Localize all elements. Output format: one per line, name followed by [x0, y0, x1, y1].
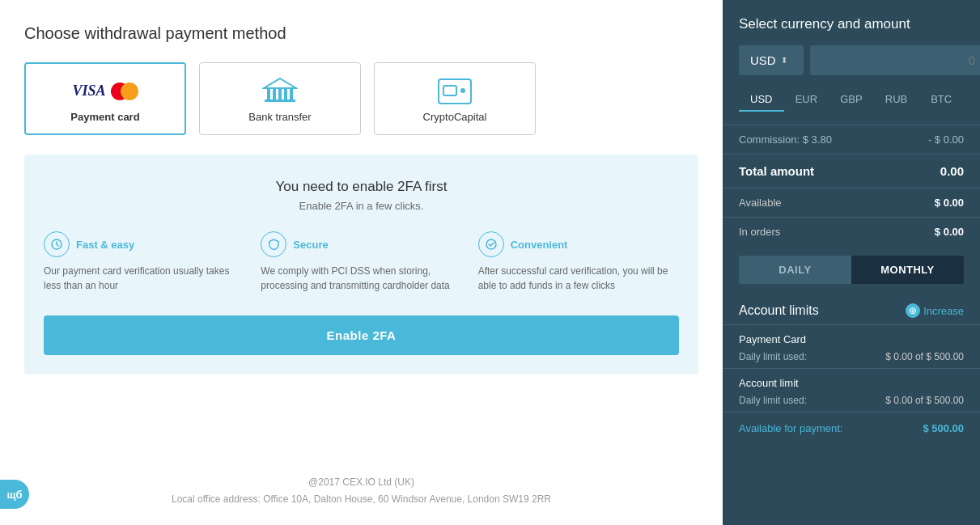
- commission-row: Commission: $ 3.80 - $ 0.00: [723, 125, 980, 154]
- account-limits-title: Account limits: [739, 303, 819, 318]
- svg-rect-3: [278, 88, 282, 99]
- account-limit: Account limit Daily limit used: $ 0.00 o…: [723, 368, 980, 412]
- in-orders-label: In orders: [739, 226, 780, 238]
- clock-icon: [44, 231, 70, 257]
- account-limits-header: Account limits ⊕ Increase: [723, 294, 980, 324]
- check-icon: [478, 231, 504, 257]
- right-panel-title: Select currency and amount: [723, 0, 980, 45]
- available-row: Available $ 0.00: [723, 188, 980, 217]
- twofa-box: You need to enable 2FA first Enable 2FA …: [24, 155, 698, 375]
- available-payment-label: Available for payment:: [739, 422, 842, 434]
- enable-2fa-button[interactable]: Enable 2FA: [44, 315, 679, 355]
- feature-convenient: Convenient After successful card verific…: [478, 231, 679, 293]
- in-orders-value: $ 0.00: [935, 226, 964, 238]
- feature-fast-easy-title: Fast & easy: [76, 239, 134, 251]
- payment-card-label: Payment card: [70, 111, 139, 123]
- svg-rect-1: [267, 88, 270, 99]
- crypto-capital-label: CryptoCapital: [423, 111, 487, 123]
- chat-bubble[interactable]: щб: [0, 480, 29, 509]
- tab-btc[interactable]: BTC: [918, 88, 964, 112]
- svg-rect-4: [284, 88, 287, 99]
- twofa-title: You need to enable 2FA first: [44, 179, 679, 195]
- selected-currency: USD: [750, 53, 776, 67]
- account-limit-label: Daily limit used:: [739, 395, 807, 406]
- feature-secure-header: Secure: [261, 231, 328, 257]
- available-value: $ 0.00: [935, 197, 964, 209]
- payment-card-option[interactable]: VISA Payment card: [24, 62, 186, 135]
- bank-transfer-option[interactable]: Bank transfer: [199, 62, 361, 135]
- total-row: Total amount 0.00: [723, 154, 980, 188]
- commission-value: - $ 0.00: [928, 133, 964, 146]
- svg-rect-2: [273, 88, 276, 99]
- payment-card-limit-value: $ 0.00 of $ 500.00: [885, 351, 964, 362]
- page-title: Choose withdrawal payment method: [24, 24, 698, 43]
- footer-line1: @2017 CEX.IO Ltd (UK): [0, 474, 723, 492]
- increase-label: Increase: [923, 305, 964, 317]
- period-tabs: DAILY MONTHLY: [739, 256, 964, 284]
- available-label: Available: [739, 197, 782, 209]
- feature-fast-easy: Fast & easy Our payment card verificatio…: [44, 231, 244, 293]
- account-limit-title: Account limit: [739, 377, 964, 389]
- account-limit-value: $ 0.00 of $ 500.00: [885, 395, 964, 406]
- left-panel: Choose withdrawal payment method VISA Pa…: [0, 0, 723, 525]
- increase-button[interactable]: ⊕ Increase: [906, 303, 964, 318]
- payment-card-icon: VISA: [72, 75, 138, 108]
- amount-input[interactable]: [810, 45, 980, 75]
- bank-icon: [262, 75, 298, 108]
- total-value: 0.00: [940, 164, 964, 178]
- crypto-capital-option[interactable]: CryptoCapital: [374, 62, 536, 135]
- commission-label: Commission: $ 3.80: [739, 133, 832, 146]
- payment-card-limit-detail: Daily limit used: $ 0.00 of $ 500.00: [739, 349, 964, 365]
- footer: @2017 CEX.IO Ltd (UK) Local office addre…: [0, 474, 723, 509]
- bank-transfer-label: Bank transfer: [248, 111, 311, 123]
- svg-rect-5: [290, 88, 293, 99]
- twofa-features: Fast & easy Our payment card verificatio…: [44, 231, 679, 293]
- feature-secure-desc: We comply with PCI DSS when storing, pro…: [261, 264, 461, 293]
- right-panel: Select currency and amount USD ⬍ USD EUR…: [723, 0, 980, 525]
- svg-rect-8: [443, 86, 456, 95]
- currency-selector-row: USD ⬍: [723, 45, 980, 88]
- feature-secure: Secure We comply with PCI DSS when stori…: [261, 231, 461, 293]
- available-payment-value: $ 500.00: [923, 422, 964, 434]
- tab-daily[interactable]: DAILY: [739, 256, 851, 284]
- tab-usd[interactable]: USD: [739, 88, 784, 112]
- currency-dropdown[interactable]: USD ⬍: [739, 45, 804, 75]
- dropdown-arrow: ⬍: [781, 56, 787, 65]
- shield-icon: [261, 231, 286, 257]
- feature-fast-easy-header: Fast & easy: [44, 231, 134, 257]
- crypto-capital-icon: [437, 75, 473, 108]
- tab-gbp[interactable]: GBP: [829, 88, 874, 112]
- feature-fast-easy-desc: Our payment card verification usually ta…: [44, 264, 244, 293]
- feature-convenient-title: Convenient: [511, 239, 568, 251]
- feature-convenient-desc: After successful card verification, you …: [478, 264, 679, 293]
- payment-card-limit-title: Payment Card: [739, 333, 964, 345]
- payment-methods: VISA Payment card: [24, 62, 698, 135]
- tab-rub[interactable]: RUB: [874, 88, 919, 112]
- increase-icon: ⊕: [906, 303, 920, 318]
- twofa-subtitle: Enable 2FA in a few clicks.: [44, 200, 679, 212]
- payment-card-limit: Payment Card Daily limit used: $ 0.00 of…: [723, 324, 980, 368]
- currency-tabs: USD EUR GBP RUB BTC: [723, 88, 980, 125]
- total-label: Total amount: [739, 164, 814, 178]
- payment-card-limit-label: Daily limit used:: [739, 351, 807, 362]
- account-limit-detail: Daily limit used: $ 0.00 of $ 500.00: [739, 392, 964, 409]
- tab-monthly[interactable]: MONTHLY: [851, 256, 964, 284]
- visa-text: VISA: [72, 83, 105, 99]
- in-orders-row: In orders $ 0.00: [723, 217, 980, 246]
- tab-eur[interactable]: EUR: [784, 88, 829, 112]
- svg-rect-6: [265, 99, 295, 102]
- feature-convenient-header: Convenient: [478, 231, 568, 257]
- svg-marker-0: [264, 78, 296, 88]
- svg-point-9: [460, 88, 465, 93]
- feature-secure-title: Secure: [293, 239, 328, 251]
- footer-line2: Local office address: Office 10A, Dalton…: [0, 491, 723, 509]
- chat-label: щб: [7, 489, 23, 501]
- available-payment-row: Available for payment: $ 500.00: [723, 412, 980, 444]
- mastercard-icon: [111, 83, 138, 100]
